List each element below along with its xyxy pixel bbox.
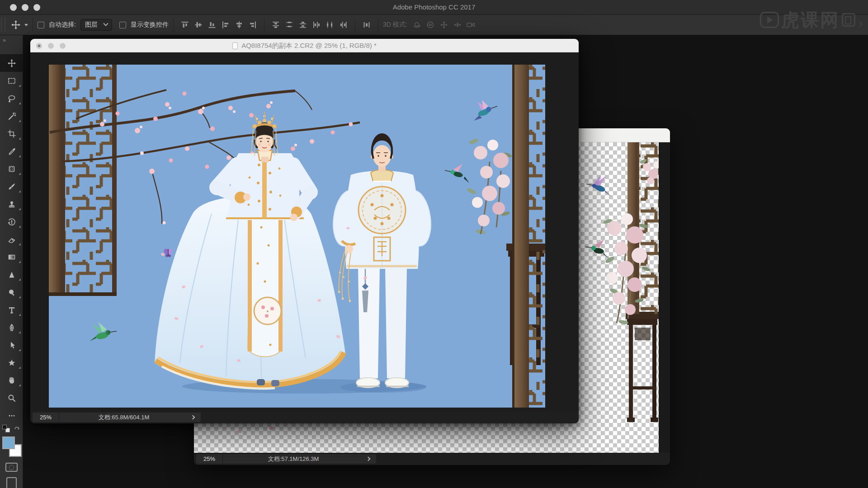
eraser-icon bbox=[7, 235, 16, 244]
lattice-panel-left bbox=[49, 65, 117, 296]
document-title: AQ8I8754的副本 2.CR2 @ 25% (1, RGB/8) * bbox=[241, 42, 377, 50]
sharpen-tool[interactable] bbox=[0, 266, 23, 283]
zoom-level-field[interactable]: 25% bbox=[196, 455, 222, 462]
distribute-top-icon bbox=[272, 21, 280, 29]
3d-roll-button[interactable] bbox=[424, 18, 437, 32]
align-horizontal-centers-icon bbox=[235, 21, 243, 29]
path-selection-tool[interactable] bbox=[0, 336, 23, 354]
dodge-tool[interactable] bbox=[0, 283, 23, 301]
3d-dolly-camera-icon bbox=[466, 20, 476, 29]
auto-select-label: 自动选择: bbox=[49, 21, 76, 29]
show-transform-checkbox[interactable] bbox=[119, 22, 126, 28]
custom-shape-tool[interactable] bbox=[0, 354, 23, 371]
distribute-bottom-button[interactable] bbox=[296, 18, 310, 32]
pen-tool[interactable] bbox=[0, 319, 23, 336]
distribute-horizontal-centers-icon bbox=[326, 21, 334, 29]
status-chevron-icon[interactable] bbox=[191, 415, 195, 420]
brush-tool[interactable] bbox=[0, 178, 23, 195]
document-icon bbox=[232, 42, 238, 49]
3d-roll-icon bbox=[426, 20, 435, 29]
front-window-titlebar[interactable]: AQ8I8754的副本 2.CR2 @ 25% (1, RGB/8) * bbox=[30, 39, 579, 52]
quick-mask-button[interactable] bbox=[5, 463, 18, 472]
gradient-icon bbox=[7, 253, 16, 262]
distribute-top-button[interactable] bbox=[269, 18, 283, 32]
chevron-down-icon bbox=[857, 21, 863, 27]
current-tool-chip[interactable] bbox=[11, 20, 28, 30]
collapse-panel-icon[interactable]: ›› bbox=[3, 37, 5, 43]
distribute-left-button[interactable] bbox=[310, 18, 323, 32]
auto-select-value: 图层 bbox=[85, 21, 98, 29]
history-brush-icon bbox=[7, 217, 16, 226]
show-transform-label: 显示变换控件 bbox=[131, 21, 169, 29]
pen-icon bbox=[7, 323, 16, 332]
clone-stamp-tool[interactable] bbox=[0, 195, 23, 213]
zoom-tool[interactable] bbox=[0, 389, 23, 407]
3d-pan-button[interactable] bbox=[437, 18, 451, 32]
zoom-level-field[interactable]: 25% bbox=[33, 414, 59, 421]
distribute-bottom-icon bbox=[299, 21, 307, 29]
3d-slide-icon bbox=[453, 20, 462, 29]
auto-select-checkbox[interactable] bbox=[38, 22, 44, 28]
history-brush-tool[interactable] bbox=[0, 213, 23, 230]
3d-slide-button[interactable] bbox=[451, 18, 464, 32]
zoom-icon bbox=[7, 394, 16, 403]
distribute-horizontal-centers-button[interactable] bbox=[323, 18, 337, 32]
align-bottom-icon bbox=[208, 21, 216, 29]
align-horizontal-centers-button[interactable] bbox=[232, 18, 246, 32]
lattice-panel-right bbox=[512, 65, 545, 408]
type-tool[interactable] bbox=[0, 301, 23, 319]
tool-panel: ›› bbox=[0, 35, 23, 488]
align-vertical-centers-button[interactable] bbox=[192, 18, 205, 32]
magic-wand-tool[interactable] bbox=[0, 107, 23, 125]
align-right-button[interactable] bbox=[246, 18, 259, 32]
move-tool[interactable] bbox=[0, 54, 23, 72]
distribute-vertical-centers-icon bbox=[285, 21, 293, 29]
document-size-info: 文档:65.8M/604.1M bbox=[59, 413, 189, 422]
more-options-tool[interactable] bbox=[0, 407, 23, 424]
swap-colors-icon[interactable] bbox=[14, 425, 21, 431]
separator bbox=[355, 18, 355, 32]
eyedropper-tool[interactable] bbox=[0, 142, 23, 160]
spot-healing-tool[interactable] bbox=[0, 160, 23, 178]
ground-shadow bbox=[340, 382, 426, 393]
hand-tool[interactable] bbox=[0, 371, 23, 389]
align-right-icon bbox=[249, 21, 257, 29]
distribute-left-icon bbox=[312, 21, 321, 29]
rectangular-marquee-tool[interactable] bbox=[0, 72, 23, 89]
status-chevron-icon[interactable] bbox=[366, 457, 371, 461]
spot-healing-icon bbox=[7, 164, 16, 174]
separator bbox=[173, 18, 174, 32]
pasteboard-strip bbox=[659, 142, 670, 453]
3d-orbit-button[interactable] bbox=[410, 18, 424, 32]
align-top-icon bbox=[181, 21, 189, 29]
hand-icon bbox=[7, 376, 16, 385]
crop-tool[interactable] bbox=[0, 125, 23, 142]
distribute-right-button[interactable] bbox=[337, 18, 350, 32]
3d-pan-icon bbox=[439, 20, 448, 29]
watermark-logo: 虎课网 bbox=[760, 11, 862, 29]
dodge-icon bbox=[7, 288, 16, 297]
distribute-vertical-centers-button[interactable] bbox=[283, 18, 296, 32]
path-selection-icon bbox=[7, 341, 16, 350]
front-window-statusbar: 25% 文档:65.8M/604.1M bbox=[30, 411, 579, 423]
default-colors-icon[interactable] bbox=[2, 425, 12, 434]
screen-mode-button[interactable] bbox=[6, 477, 17, 488]
auto-select-dropdown[interactable]: 图层 bbox=[80, 19, 112, 31]
distribute-spacing-button[interactable] bbox=[360, 18, 373, 32]
gradient-tool[interactable] bbox=[0, 248, 23, 266]
align-left-button[interactable] bbox=[219, 18, 232, 32]
options-drag-handle[interactable] bbox=[1, 18, 5, 32]
lasso-tool[interactable] bbox=[0, 89, 23, 107]
foreground-color-swatch[interactable] bbox=[2, 436, 15, 449]
align-bottom-button[interactable] bbox=[205, 18, 219, 32]
move-tool-icon bbox=[11, 20, 21, 30]
document-size-info: 文档:57.1M/126.3M bbox=[223, 455, 364, 463]
back-window-statusbar: 25% 文档:57.1M/126.3M bbox=[194, 453, 670, 465]
clone-stamp-icon bbox=[7, 200, 16, 209]
sharpen-icon bbox=[7, 270, 16, 279]
eraser-tool[interactable] bbox=[0, 230, 23, 248]
3d-dolly-camera-button[interactable] bbox=[464, 18, 478, 32]
photoshop-app: Adobe Photoshop CC 2017 自动选择: 图层 显示变换控件 bbox=[0, 0, 868, 488]
front-window-canvas[interactable] bbox=[30, 52, 579, 411]
align-top-button[interactable] bbox=[178, 18, 192, 32]
